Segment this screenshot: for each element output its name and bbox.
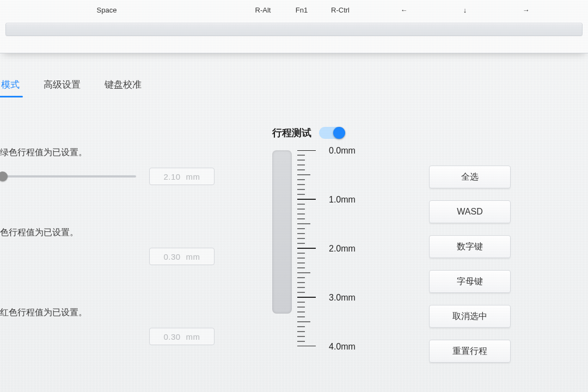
- tab-2[interactable]: 键盘校准: [103, 75, 143, 94]
- keyboard-preview-strip: SpaceR-AltFn1R-Ctrl←↓→: [0, 0, 588, 53]
- keyboard-spacer-bar: [5, 23, 583, 36]
- gauge-label-2: 2.0mm: [329, 244, 356, 254]
- travel-setting-1: 色行程值为已设置。0.30mm: [0, 227, 234, 265]
- select-btn-4[interactable]: 取消选中: [429, 305, 511, 328]
- travel-slider-row: 0.30mm: [0, 328, 234, 345]
- toggle-knob-icon: [333, 127, 345, 139]
- select-btn-3[interactable]: 字母键: [429, 270, 511, 293]
- travel-value-box[interactable]: 0.30mm: [149, 248, 215, 265]
- travel-slider-row: 0.30mm: [0, 248, 234, 265]
- travel-value-unit: mm: [186, 252, 200, 261]
- settings-tabs: 模式高级设置键盘校准: [0, 75, 143, 94]
- travel-setting-0: 绿色行程值为已设置。2.10mm: [0, 147, 234, 185]
- travel-setting-label: 绿色行程值为已设置。: [0, 147, 234, 158]
- select-btn-1[interactable]: WASD: [429, 200, 511, 223]
- travel-setting-2: 红色行程值为已设置。0.30mm: [0, 307, 234, 345]
- keycap-[interactable]: ←: [388, 2, 420, 18]
- keycap-fn1[interactable]: Fn1: [285, 2, 318, 18]
- gauge-label-1: 1.0mm: [329, 195, 356, 205]
- keycap-[interactable]: ↓: [449, 2, 481, 18]
- gauge-label-4: 4.0mm: [329, 342, 356, 352]
- select-btn-0[interactable]: 全选: [429, 166, 511, 188]
- travel-value-unit: mm: [186, 332, 200, 341]
- travel-value-box[interactable]: 2.10mm: [149, 168, 215, 185]
- travel-value-unit: mm: [186, 172, 200, 181]
- keyboard-bottom-row: SpaceR-AltFn1R-Ctrl←↓→: [5, 0, 583, 20]
- gauge-label-0: 0.0mm: [329, 146, 356, 156]
- travel-value-number: 2.10: [163, 172, 180, 181]
- travel-slider[interactable]: [0, 175, 136, 177]
- select-btn-5[interactable]: 重置行程: [429, 340, 511, 363]
- key-selection-buttons: 全选WASD数字键字母键取消选中重置行程: [429, 166, 511, 363]
- gauge-ticks: [297, 150, 324, 346]
- travel-settings-column: 绿色行程值为已设置。2.10mm色行程值为已设置。0.30mm红色行程值为已设置…: [0, 147, 234, 387]
- travel-value-number: 0.30: [163, 332, 180, 341]
- travel-test-toggle[interactable]: [319, 127, 344, 139]
- gauge-label-3: 3.0mm: [329, 293, 356, 303]
- travel-slider-row: 2.10mm: [0, 168, 234, 185]
- keycap-space[interactable]: Space: [9, 2, 205, 18]
- keycap-rctrl[interactable]: R-Ctrl: [321, 2, 359, 18]
- travel-test-title: 行程测试: [272, 126, 311, 139]
- tab-1[interactable]: 高级设置: [42, 75, 82, 94]
- gauge-bar: [272, 150, 292, 314]
- travel-test-gauge: 行程测试 0.0mm1.0mm2.0mm3.0mm4.0mm: [272, 126, 387, 346]
- travel-value-box[interactable]: 0.30mm: [149, 328, 215, 345]
- travel-setting-label: 红色行程值为已设置。: [0, 307, 234, 318]
- travel-value-number: 0.30: [163, 252, 180, 261]
- select-btn-2[interactable]: 数字键: [429, 235, 511, 258]
- keycap-[interactable]: →: [510, 2, 542, 18]
- slider-thumb[interactable]: [0, 171, 8, 181]
- tab-0[interactable]: 模式: [0, 75, 21, 94]
- travel-setting-label: 色行程值为已设置。: [0, 227, 234, 238]
- keycap-ralt[interactable]: R-Alt: [244, 2, 282, 18]
